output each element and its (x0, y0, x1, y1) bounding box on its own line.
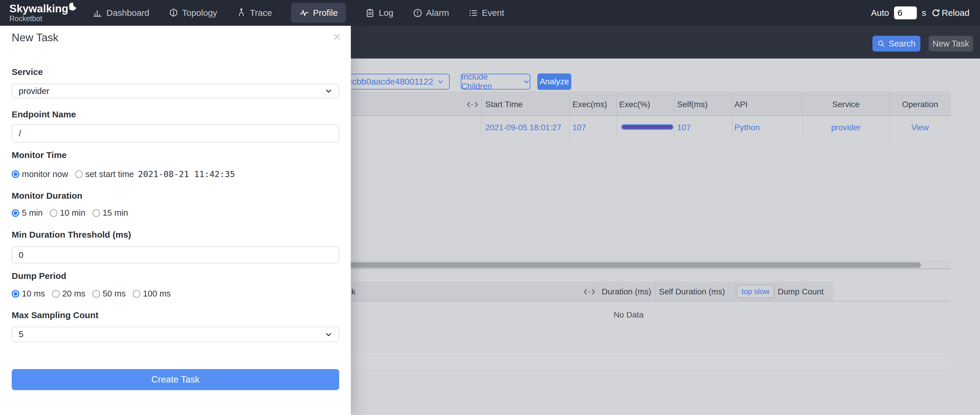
monitor-duration-label: Monitor Duration (12, 191, 83, 201)
col-start-time[interactable]: Start Time (485, 100, 523, 109)
trace-icon (237, 8, 246, 18)
nav-item-label: Dashboard (107, 8, 150, 18)
radio-label: 50 ms (103, 289, 126, 298)
nav-item-event[interactable]: Event (468, 8, 504, 18)
endpoint-label: Endpoint Name (12, 109, 76, 120)
exec-percent-bar (621, 124, 674, 130)
col-operation[interactable]: Operation (889, 100, 951, 109)
chevron-down-icon (523, 78, 530, 85)
column-separator (655, 283, 656, 300)
start-time-value[interactable]: 2021-08-21 11:42:35 (138, 169, 235, 179)
nav-right-controls: Auto s Reload (871, 6, 969, 19)
radio-50ms[interactable]: 50 ms (92, 289, 126, 298)
radio-label: monitor now (22, 169, 68, 179)
radio-100ms[interactable]: 100 ms (133, 289, 171, 298)
moon-icon (69, 3, 76, 11)
cell-service: provider (803, 123, 889, 132)
include-children-select[interactable]: Include Children (461, 74, 530, 89)
radio-icon (92, 290, 100, 298)
app-logo: Skywalking Rocketbot (10, 3, 83, 22)
radio-15min[interactable]: 15 min (92, 208, 128, 218)
col-exec-pct[interactable]: Exec(%) (619, 100, 650, 109)
monitor-duration-options: 5 min 10 min 15 min (12, 208, 135, 218)
column-separator (775, 283, 775, 300)
service-label: Service (12, 67, 43, 77)
logo-subtitle: Rocketbot (10, 14, 83, 22)
max-sampling-value: 5 (19, 330, 23, 339)
col-service[interactable]: Service (803, 100, 889, 109)
min-duration-input[interactable] (12, 246, 339, 263)
nav-item-log[interactable]: Log (365, 8, 393, 18)
alarm-icon (413, 8, 422, 18)
cell-start-time: 2021-09-05 18:01:27 (485, 123, 562, 132)
radio-icon (92, 209, 100, 217)
skywalking-app: Skywalking Rocketbot Dashboard Topology (0, 0, 980, 415)
view-link[interactable]: View (889, 123, 951, 132)
analyze-button[interactable]: Analyze (537, 73, 571, 90)
reload-icon (931, 8, 940, 18)
new-task-modal: New Task × Service provider Endpoint Nam… (0, 26, 351, 415)
chevron-down-icon (325, 331, 332, 338)
topology-icon (169, 8, 178, 18)
column-separator (617, 93, 617, 139)
column-resize-icon[interactable] (584, 288, 595, 295)
nav-item-label: Trace (250, 8, 272, 18)
radio-icon (50, 209, 57, 217)
radio-monitor-now[interactable]: monitor now (12, 169, 68, 179)
top-slow-button[interactable]: top slow (737, 285, 774, 298)
col-exec-ms[interactable]: Exec(ms) (573, 100, 607, 109)
radio-label: 15 min (103, 208, 128, 218)
col-api[interactable]: API (734, 100, 748, 109)
radio-selected-icon (12, 170, 19, 178)
col-self-ms[interactable]: Self(ms) (677, 100, 708, 109)
analyze-label: Analyze (540, 77, 569, 86)
cell-self-ms: 107 (677, 123, 691, 132)
radio-5min[interactable]: 5 min (12, 208, 43, 218)
no-data-message: No Data (366, 310, 892, 319)
col-dump-count[interactable]: Dump Count (778, 287, 824, 297)
cell-exec-ms: 107 (573, 123, 586, 132)
radio-10min[interactable]: 10 min (50, 208, 85, 218)
radio-10ms[interactable]: 10 ms (12, 289, 45, 298)
search-button[interactable]: Search (872, 36, 920, 51)
column-resize-icon[interactable] (467, 101, 478, 108)
column-separator (570, 93, 570, 139)
nav-item-alarm[interactable]: Alarm (413, 8, 449, 18)
horizontal-scrollbar-thumb[interactable] (295, 262, 921, 268)
dashboard-icon (93, 8, 103, 18)
create-task-button[interactable]: Create Task (12, 369, 339, 390)
radio-label: 5 min (22, 208, 43, 218)
max-sampling-select[interactable]: 5 (12, 327, 339, 342)
service-select[interactable]: provider (12, 84, 339, 98)
new-task-button[interactable]: New Task (929, 36, 973, 51)
modal-title: New Task (12, 32, 59, 44)
radio-icon (75, 170, 83, 178)
reload-button[interactable]: Reload (931, 8, 969, 18)
column-separator (732, 93, 733, 139)
radio-20ms[interactable]: 20 ms (52, 289, 85, 298)
radio-label: 10 min (60, 208, 85, 218)
event-icon (468, 8, 478, 18)
nav-item-topology[interactable]: Topology (169, 8, 217, 18)
nav-item-dashboard[interactable]: Dashboard (93, 8, 150, 18)
endpoint-input[interactable] (12, 124, 339, 142)
min-duration-label: Min Duration Threshold (ms) (12, 230, 131, 240)
column-separator (598, 283, 598, 300)
dump-period-label: Dump Period (12, 271, 66, 281)
col-self-duration[interactable]: Self Duration (ms) (659, 287, 725, 297)
radio-label: 100 ms (143, 289, 171, 298)
search-icon (877, 40, 885, 48)
service-select-value: provider (19, 86, 49, 96)
nav-item-profile[interactable]: Profile (291, 3, 346, 23)
auto-seconds-input[interactable] (894, 6, 917, 19)
search-label: Search (889, 39, 916, 49)
radio-set-start-time[interactable]: set start time (75, 169, 134, 179)
max-sampling-label: Max Sampling Count (12, 310, 99, 320)
monitor-time-options: monitor now set start time 2021-08-21 11… (12, 169, 235, 179)
close-icon[interactable]: × (333, 30, 341, 43)
nav-item-trace[interactable]: Trace (237, 8, 272, 18)
radio-selected-icon (12, 290, 19, 298)
cell-api: Python (734, 123, 760, 132)
col-duration[interactable]: Duration (ms) (602, 287, 651, 297)
profile-icon (299, 8, 309, 18)
